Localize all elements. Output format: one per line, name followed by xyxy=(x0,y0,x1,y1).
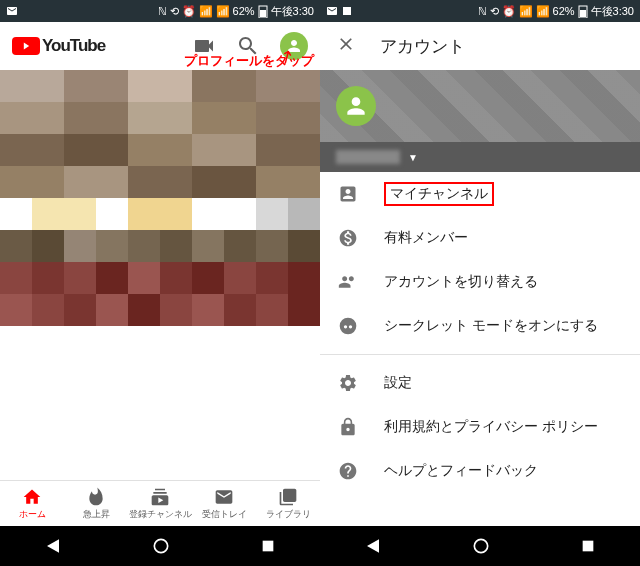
home-button[interactable] xyxy=(471,536,491,556)
close-icon[interactable] xyxy=(336,34,356,58)
account-name-blurred xyxy=(336,150,400,164)
nav-home[interactable]: ホーム xyxy=(0,481,64,526)
account-name-bar[interactable]: ▼ xyxy=(320,142,640,172)
time-text: 午後3:30 xyxy=(271,4,314,19)
status-bar: ℕ⟲⏰📶📶 62% 午後3:30 xyxy=(0,0,320,22)
android-nav xyxy=(0,526,320,566)
menu-switch[interactable]: アカウントを切り替える xyxy=(320,260,640,304)
back-button[interactable] xyxy=(44,537,62,555)
svg-rect-6 xyxy=(580,10,586,17)
svg-point-10 xyxy=(474,539,487,552)
nav-inbox[interactable]: 受信トレイ xyxy=(192,481,256,526)
feed-content[interactable] xyxy=(0,70,320,480)
menu-help[interactable]: ヘルプとフィードバック xyxy=(320,449,640,493)
right-screen: ℕ⟲⏰📶📶 62% 午後3:30 アカウント ▼ マイチャンネル 有料メンバー … xyxy=(320,0,640,566)
chevron-down-icon: ▼ xyxy=(408,152,418,163)
recent-button[interactable] xyxy=(580,538,596,554)
bottom-nav: ホーム 急上昇 登録チャンネル 受信トレイ ライブラリ xyxy=(0,480,320,526)
status-bar: ℕ⟲⏰📶📶 62% 午後3:30 xyxy=(320,0,640,22)
home-button[interactable] xyxy=(151,536,171,556)
left-screen: ℕ⟲⏰📶📶 62% 午後3:30 YouTube ↗ プロフィールをタップ ホー… xyxy=(0,0,320,566)
recent-button[interactable] xyxy=(260,538,276,554)
svg-rect-4 xyxy=(343,7,351,15)
svg-rect-11 xyxy=(582,541,593,552)
account-title: アカウント xyxy=(380,35,465,58)
svg-point-9 xyxy=(349,325,352,328)
annotation-text: プロフィールをタップ xyxy=(184,52,314,70)
account-menu: マイチャンネル 有料メンバー アカウントを切り替える シークレット モードをオン… xyxy=(320,172,640,493)
menu-my-channel[interactable]: マイチャンネル xyxy=(320,172,640,216)
battery-text: 62% xyxy=(233,5,255,17)
svg-point-2 xyxy=(154,539,167,552)
svg-point-7 xyxy=(340,318,357,335)
menu-settings[interactable]: 設定 xyxy=(320,361,640,405)
account-avatar[interactable] xyxy=(336,86,376,126)
nav-trending[interactable]: 急上昇 xyxy=(64,481,128,526)
nav-library[interactable]: ライブラリ xyxy=(256,481,320,526)
svg-rect-3 xyxy=(262,541,273,552)
svg-rect-1 xyxy=(260,10,266,17)
back-button[interactable] xyxy=(364,537,382,555)
menu-terms[interactable]: 利用規約とプライバシー ポリシー xyxy=(320,405,640,449)
account-header: アカウント xyxy=(320,22,640,70)
nav-subs[interactable]: 登録チャンネル xyxy=(128,481,192,526)
youtube-logo[interactable]: YouTube xyxy=(12,36,105,56)
account-banner xyxy=(320,70,640,142)
menu-incognito[interactable]: シークレット モードをオンにする xyxy=(320,304,640,348)
android-nav xyxy=(320,526,640,566)
menu-paid[interactable]: 有料メンバー xyxy=(320,216,640,260)
svg-point-8 xyxy=(344,325,347,328)
